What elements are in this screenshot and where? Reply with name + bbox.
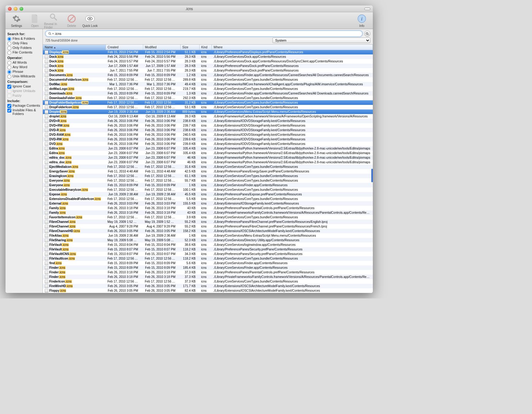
table-row[interactable]: DVD-R.icnsFeb 26, 2010 3:06 PMFeb 26, 20… — [43, 128, 373, 132]
modified-cell: Feb 26, 2010 3:18 PM — [143, 210, 180, 215]
file-name: FibreChannel.icns — [49, 225, 76, 228]
close-window-button[interactable] — [8, 7, 12, 11]
table-row[interactable]: find.icnsFeb 15, 2010 8:09 PMFeb 15, 201… — [43, 261, 373, 265]
search-input[interactable] — [54, 32, 360, 35]
table-row[interactable]: ErasingIcon.icnsFeb 17, 2010 12:56 AMFeb… — [43, 174, 373, 178]
table-row[interactable]: External.icnsFeb 26, 2010 3:03 PMFeb 26,… — [43, 201, 373, 206]
table-row[interactable]: DVD+RW.icnsFeb 26, 2010 3:06 PMFeb 26, 2… — [43, 123, 373, 128]
col-where[interactable]: Where — [212, 45, 373, 50]
where-cell: ./Library/Frameworks/Carbon.framework/Ve… — [212, 114, 373, 119]
col-created[interactable]: Created — [106, 45, 143, 50]
table-row[interactable]: ExecutableBinaryIcon.icnsFeb 17, 2010 12… — [43, 187, 373, 192]
table-row[interactable]: DVD-RW.icnsFeb 26, 2010 3:06 PMFeb 26, 2… — [43, 137, 373, 142]
opt-all-words[interactable]: All Words — [7, 61, 41, 65]
results-body: Displays.icnsFeb 15, 2010 2:54 PMFeb 15,… — [43, 50, 373, 293]
table-row[interactable]: Dock.icnsJun 7, 2011 7:55 PMJun 7, 2011 … — [43, 68, 373, 73]
opt-unix-wildcards[interactable]: Unix-Wildcards — [7, 74, 41, 79]
reveal-button[interactable]: Reveal In Finder — [44, 12, 62, 29]
col-name[interactable]: Name — [43, 45, 106, 50]
table-row[interactable]: editra_doc.icnsJun 23, 2008 6:07 PMJun 2… — [43, 155, 373, 160]
col-size[interactable]: Size — [180, 45, 199, 50]
table-row[interactable]: Editra.icnsJun 23, 2008 6:07 PMJun 23, 2… — [43, 151, 373, 155]
opt-phrase[interactable]: Phrase — [7, 70, 41, 74]
table-row[interactable]: EjectMediaIcon.icnsFeb 17, 2010 12:56 AM… — [43, 164, 373, 169]
table-row[interactable]: Expose.icnsJun 19, 2009 2:38 AMJun 19, 2… — [43, 192, 373, 197]
table-row[interactable]: Family.icnsFeb 26, 2010 3:18 PMFeb 26, 2… — [43, 210, 373, 215]
table-row[interactable]: DownloadsFolder.icnsFeb 17, 2010 12:56 A… — [43, 96, 373, 100]
scroll-indicator[interactable] — [371, 169, 373, 182]
table-row[interactable]: Family.icnsFeb 26, 2010 3:18 PMFeb 26, 2… — [43, 206, 373, 210]
table-row[interactable]: DVD-RAM.icnsFeb 26, 2010 3:06 PMFeb 26, … — [43, 132, 373, 137]
table-row[interactable]: Everyone.icnsFeb 15, 2010 8:09 PMFeb 15,… — [43, 183, 373, 187]
table-row[interactable]: Documents.icnsFeb 15, 2010 8:09 PMFeb 15… — [43, 73, 373, 77]
table-row[interactable]: FibreChannel.icnsMay 19, 2009 1:52 AMMay… — [43, 220, 373, 224]
modified-cell: Feb 26, 2010 3:06 PM — [143, 132, 180, 137]
table-row[interactable]: Finder.icnsFeb 26, 2010 3:18 PMFeb 26, 2… — [43, 270, 373, 275]
table-row[interactable]: Dock.icnsJun 17, 2009 1:57 AMJun 17, 200… — [43, 64, 373, 68]
table-row[interactable]: Downloads.icnsFeb 15, 2010 8:09 PMFeb 15… — [43, 91, 373, 96]
file-name: Dock.icns — [49, 60, 64, 63]
results-scroll[interactable]: Name Created Modified Size Kind Where Di… — [43, 45, 373, 293]
table-row[interactable]: DVD+R.icnsFeb 26, 2010 3:06 PMFeb 26, 20… — [43, 119, 373, 123]
chk-package-contents[interactable]: Package Contents — [7, 104, 41, 108]
opt-only-folders[interactable]: Only Folders — [7, 46, 41, 50]
table-row[interactable]: Dock.icnsFeb 24, 2010 5:57 PMFeb 24, 201… — [43, 59, 373, 64]
dropdown-icon[interactable]: ▾ — [52, 32, 54, 35]
opt-file-contents[interactable]: File Contents — [7, 50, 41, 55]
minimize-window-button[interactable] — [14, 7, 17, 11]
table-row[interactable]: FileVaultICNS.icnsFeb 15, 2010 8:07 PMFe… — [43, 252, 373, 256]
table-row[interactable]: FileVault.icnsFeb 15, 2010 8:07 PMFeb 15… — [43, 247, 373, 252]
zoom-window-button[interactable] — [20, 7, 23, 11]
table-row[interactable]: droplet.icnsOct 16, 2009 8:13 AMOct 16, … — [43, 114, 373, 119]
table-row[interactable]: FavoriteItemsIcon.icnsFeb 17, 2010 12:56… — [43, 215, 373, 220]
search-field-wrap[interactable]: ▾ — [45, 31, 362, 37]
chk-ignore-case[interactable]: Ignore Case — [7, 84, 41, 89]
table-row[interactable]: FibreChannelHD.icnsFeb 26, 2010 3:05 PMF… — [43, 229, 373, 233]
table-row[interactable]: DropFolderIcon.icnsFeb 17, 2010 12:56 AM… — [43, 105, 373, 109]
file-icon — [45, 96, 48, 100]
table-row[interactable]: Finder.icnsFeb 26, 2010 3:18 PMFeb 26, 2… — [43, 275, 373, 279]
table-row[interactable]: FibreChannel.icnsAug 4, 2007 9:28 PMAug … — [43, 224, 373, 229]
col-modified[interactable]: Modified — [143, 45, 180, 50]
chk-invisible[interactable]: Invisible Files & Folders — [7, 108, 41, 116]
col-kind[interactable]: Kind — [199, 45, 212, 50]
toolbar-toggle-button[interactable] — [364, 8, 370, 10]
opt-only-files[interactable]: Only Files — [7, 41, 41, 46]
table-row[interactable]: FinderIcon.icnsFeb 17, 2010 12:56 AMFeb … — [43, 279, 373, 284]
table-row[interactable]: dotMacLogo.icnsFeb 17, 2010 12:56 AMFeb … — [43, 87, 373, 91]
table-row[interactable]: Finder.icnsFeb 15, 2010 8:09 PMFeb 15, 2… — [43, 265, 373, 270]
table-row[interactable]: editra_doc.icnsJun 23, 2008 6:07 PMJun 2… — [43, 160, 373, 164]
kind-cell: icns — [199, 265, 212, 270]
table-row[interactable]: FileVaultIcon.icnsFeb 17, 2010 12:56 AMF… — [43, 256, 373, 261]
table-row[interactable]: DotMac.icnsMar 1, 2010 7:36 PMMar 1, 201… — [43, 82, 373, 87]
quicklook-button[interactable]: Quick Look — [81, 14, 99, 28]
opt-any-word[interactable]: Any Word — [7, 65, 41, 69]
created-cell: Feb 26, 2010 3:05 PM — [106, 229, 143, 233]
table-row[interactable]: Editra.icnsJun 23, 2008 6:07 PMJun 23, 2… — [43, 146, 373, 151]
table-row[interactable]: DropFolderBadgeIcon.icnsFeb 17, 2010 12:… — [43, 100, 373, 105]
table-row[interactable]: FileSharing.icnsMay 19, 2009 5:08 AMMay … — [43, 238, 373, 242]
size-cell: 1.3 KB — [180, 91, 199, 96]
table-row[interactable]: Droplet.icnsJun 19, 2009 2:36 AMJun 19, … — [43, 109, 373, 114]
table-row[interactable]: Floppy.icnsFeb 26, 2010 3:05 PMFeb 26, 2… — [43, 288, 373, 293]
table-row[interactable]: FireWireHD.icnsFeb 26, 2010 3:05 PMFeb 2… — [43, 284, 373, 288]
file-name: Finder.icns — [49, 266, 66, 269]
file-name: DotMac.icns — [49, 83, 67, 86]
open-button[interactable]: Open — [26, 14, 44, 28]
table-row[interactable]: Dock.icnsFeb 24, 2010 5:56 PMFeb 24, 201… — [43, 54, 373, 59]
info-button[interactable]: i Info — [353, 14, 371, 28]
table-row[interactable]: DocumentsFolderIcon.icnsFeb 17, 2010 12:… — [43, 77, 373, 82]
settings-button[interactable]: Settings — [7, 14, 26, 28]
table-row[interactable]: EnergySaver.icnsFeb 11, 2010 4:48 AMFeb … — [43, 169, 373, 174]
search-action-button[interactable] — [364, 31, 370, 37]
table-row[interactable]: DVD.icnsFeb 26, 2010 3:06 PMFeb 26, 2010… — [43, 142, 373, 146]
opt-files-folders[interactable]: Files & Folders — [7, 37, 41, 41]
file-icon — [45, 243, 48, 247]
delete-button[interactable]: Delete — [62, 14, 81, 28]
table-row[interactable]: Everyone.icnsFeb 17, 2010 12:56 AMFeb 17… — [43, 178, 373, 183]
table-row[interactable]: FileAlias.icnsJun 19, 2009 2:36 AMJun 19… — [43, 233, 373, 238]
table-row[interactable]: ExtensionsDisabledFolderIcon.icnsFeb 17,… — [43, 197, 373, 201]
scope-select[interactable]: System — [272, 38, 370, 43]
table-row[interactable]: FileVault.icnsFeb 15, 2010 8:04 PMFeb 15… — [43, 242, 373, 247]
table-row[interactable]: Displays.icnsFeb 15, 2010 2:54 PMFeb 15,… — [43, 50, 373, 54]
